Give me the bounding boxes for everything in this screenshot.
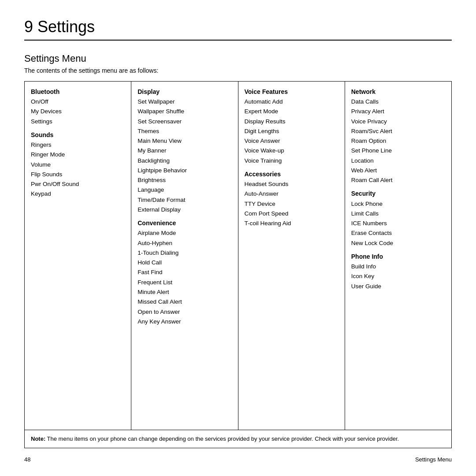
item-com-port-speed: Com Port Speed — [245, 209, 338, 219]
item-data-calls: Data Calls — [351, 97, 445, 107]
item-icon-key: Icon Key — [351, 271, 445, 281]
header-sounds: Sounds — [31, 130, 125, 140]
item-my-banner: My Banner — [138, 146, 231, 156]
footer-page-number: 48 — [24, 456, 30, 463]
menu-col-voice-accessories: Voice Features Automatic Add Expert Mode… — [238, 82, 345, 430]
note-text: The menu items on your phone can change … — [47, 435, 399, 442]
item-airplane-mode: Airplane Mode — [138, 228, 231, 238]
item-frequent-list: Frequent List — [138, 278, 231, 287]
item-set-screensaver: Set Screensaver — [138, 117, 231, 126]
header-display: Display — [138, 87, 231, 97]
item-time-date-format: Time/Date Format — [138, 195, 231, 205]
item-external-display: External Display — [138, 205, 231, 215]
item-set-phone-line: Set Phone Line — [351, 146, 445, 156]
item-lightpipe-behavior: Lightpipe Behavior — [138, 166, 231, 175]
menu-col-display-convenience: Display Set Wallpaper Wallpaper Shuffle … — [131, 82, 238, 430]
header-convenience: Convenience — [138, 218, 231, 228]
header-voice-features: Voice Features — [245, 87, 338, 97]
footer: 48 Settings Menu — [24, 456, 452, 463]
item-pwr-onoff-sound: Pwr On/Off Sound — [31, 179, 125, 189]
item-bluetooth-mydevices: My Devices — [31, 107, 125, 116]
group-voice-features: Voice Features Automatic Add Expert Mode… — [245, 87, 338, 166]
item-keypad: Keypad — [31, 189, 125, 199]
item-open-to-answer: Open to Answer — [138, 307, 231, 317]
header-network: Network — [351, 87, 445, 97]
item-wallpaper-shuffle: Wallpaper Shuffle — [138, 107, 231, 116]
item-tcoil-hearing-aid: T-coil Hearing Aid — [245, 219, 338, 228]
item-web-alert: Web Alert — [351, 166, 445, 175]
intro-text: The contents of the settings menu are as… — [24, 67, 452, 74]
menu-table-inner: Bluetooth On/Off My Devices Settings Sou… — [25, 82, 451, 430]
item-minute-alert: Minute Alert — [138, 287, 231, 297]
item-automatic-add: Automatic Add — [245, 97, 338, 107]
section-title: Settings Menu — [24, 53, 452, 64]
item-location: Location — [351, 156, 445, 166]
group-convenience: Convenience Airplane Mode Auto-Hyphen 1-… — [138, 218, 231, 327]
item-roam-svc-alert: Roam/Svc Alert — [351, 126, 445, 136]
item-display-results: Display Results — [245, 117, 338, 126]
item-backlighting: Backlighting — [138, 156, 231, 166]
item-ringer-mode: Ringer Mode — [31, 150, 125, 160]
header-phone-info: Phone Info — [351, 252, 445, 262]
group-bluetooth: Bluetooth On/Off My Devices Settings — [31, 87, 125, 126]
item-build-info: Build Info — [351, 262, 445, 271]
group-sounds: Sounds Ringers Ringer Mode Volume Flip S… — [31, 130, 125, 199]
item-bluetooth-settings: Settings — [31, 117, 125, 126]
item-privacy-alert: Privacy Alert — [351, 107, 445, 116]
item-1touch-dialing: 1-Touch Dialing — [138, 248, 231, 258]
item-erase-contacts: Erase Contacts — [351, 228, 445, 238]
item-digit-lengths: Digit Lengths — [245, 126, 338, 136]
group-display: Display Set Wallpaper Wallpaper Shuffle … — [138, 87, 231, 215]
item-bluetooth-onoff: On/Off — [31, 97, 125, 107]
item-headset-sounds: Headset Sounds — [245, 179, 338, 189]
page: 9 Settings Settings Menu The contents of… — [0, 0, 476, 476]
item-voice-answer: Voice Answer — [245, 136, 338, 146]
item-missed-call-alert: Missed Call Alert — [138, 297, 231, 307]
item-fast-find: Fast Find — [138, 268, 231, 277]
title-rule — [24, 40, 452, 41]
item-volume: Volume — [31, 160, 125, 170]
item-main-menu-view: Main Menu View — [138, 136, 231, 146]
item-roam-call-alert: Roam Call Alert — [351, 175, 445, 185]
group-network: Network Data Calls Privacy Alert Voice P… — [351, 87, 445, 185]
header-accessories: Accessories — [245, 169, 338, 179]
item-lock-phone: Lock Phone — [351, 199, 445, 209]
page-title: 9 Settings — [24, 18, 452, 36]
item-limit-calls: Limit Calls — [351, 209, 445, 219]
menu-col-network-security: Network Data Calls Privacy Alert Voice P… — [345, 82, 451, 430]
menu-col-bluetooth-sounds: Bluetooth On/Off My Devices Settings Sou… — [25, 82, 131, 430]
item-expert-mode: Expert Mode — [245, 107, 338, 116]
item-auto-hyphen: Auto-Hyphen — [138, 238, 231, 248]
item-flip-sounds: Flip Sounds — [31, 170, 125, 179]
item-roam-option: Roam Option — [351, 136, 445, 146]
item-any-key-answer: Any Key Answer — [138, 317, 231, 327]
item-voice-training: Voice Training — [245, 156, 338, 166]
group-phone-info: Phone Info Build Info Icon Key User Guid… — [351, 252, 445, 291]
item-user-guide: User Guide — [351, 282, 445, 291]
header-security: Security — [351, 189, 445, 199]
item-voice-privacy: Voice Privacy — [351, 117, 445, 126]
note-bold: Note: — [31, 435, 45, 442]
item-voice-wakeup: Voice Wake-up — [245, 146, 338, 156]
item-ice-numbers: ICE Numbers — [351, 219, 445, 228]
group-security: Security Lock Phone Limit Calls ICE Numb… — [351, 189, 445, 248]
item-ringers: Ringers — [31, 140, 125, 150]
item-themes: Themes — [138, 126, 231, 136]
item-hold-call: Hold Call — [138, 258, 231, 268]
header-bluetooth: Bluetooth — [31, 87, 125, 97]
group-accessories: Accessories Headset Sounds Auto-Answer T… — [245, 169, 338, 228]
item-new-lock-code: New Lock Code — [351, 238, 445, 248]
item-set-wallpaper: Set Wallpaper — [138, 97, 231, 107]
item-language: Language — [138, 185, 231, 195]
item-brightness: Brightness — [138, 175, 231, 185]
footer-section-name: Settings Menu — [415, 456, 452, 463]
menu-note: Note: The menu items on your phone can c… — [25, 430, 451, 448]
item-auto-answer: Auto-Answer — [245, 189, 338, 199]
item-tty-device: TTY Device — [245, 199, 338, 209]
menu-table: Bluetooth On/Off My Devices Settings Sou… — [24, 81, 452, 448]
